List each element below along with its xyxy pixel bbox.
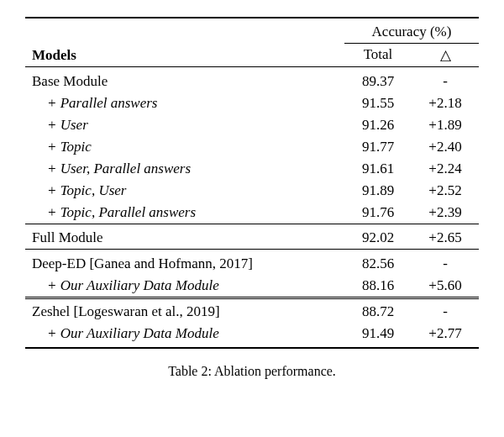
- table-row: Deep-ED [Ganea and Hofmann, 2017] 82.56 …: [25, 253, 479, 275]
- model-label: + User, Parallel answers: [25, 158, 344, 180]
- delta-value: -: [412, 71, 479, 92]
- delta-value: +2.40: [412, 136, 479, 158]
- total-value: 91.61: [344, 158, 412, 180]
- delta-value: +2.65: [412, 227, 479, 250]
- model-label: Base Module: [25, 71, 344, 92]
- table-row: + Topic, User 91.89 +2.52: [25, 180, 479, 202]
- total-value: 92.02: [344, 227, 412, 250]
- total-header: Total: [344, 44, 412, 67]
- table-caption: Table 2: Ablation performance.: [25, 364, 479, 379]
- total-value: 91.26: [344, 114, 412, 136]
- model-label: + User: [25, 114, 344, 136]
- table-row: Full Module 92.02 +2.65: [25, 227, 479, 250]
- table-row: Base Module 89.37 -: [25, 71, 479, 92]
- delta-value: +2.18: [412, 92, 479, 114]
- total-value: 91.89: [344, 180, 412, 202]
- ablation-table: Models Accuracy (%) Total △ Base Module …: [25, 17, 479, 349]
- total-value: 91.55: [344, 92, 412, 114]
- model-label: Full Module: [25, 227, 344, 250]
- total-value: 82.56: [344, 253, 412, 275]
- header-row-1: Models Accuracy (%): [25, 21, 479, 44]
- caption-text: Ablation performance.: [214, 364, 336, 378]
- total-value: 88.72: [344, 301, 412, 323]
- total-value: 89.37: [344, 71, 412, 92]
- delta-value: +2.39: [412, 202, 479, 224]
- caption-prefix: Table 2:: [168, 364, 214, 378]
- model-label: Zeshel [Logeswaran et al., 2019]: [25, 301, 344, 323]
- model-label: Deep-ED [Ganea and Hofmann, 2017]: [25, 253, 344, 275]
- delta-value: +2.77: [412, 323, 479, 345]
- table-row: + User 91.26 +1.89: [25, 114, 479, 136]
- delta-value: +2.24: [412, 158, 479, 180]
- model-label: + Topic, User: [25, 180, 344, 202]
- total-value: 91.77: [344, 136, 412, 158]
- table-row: + Topic 91.77 +2.40: [25, 136, 479, 158]
- total-value: 91.49: [344, 323, 412, 345]
- table-row: + Our Auxiliary Data Module 88.16 +5.60: [25, 275, 479, 298]
- total-value: 91.76: [344, 202, 412, 224]
- delta-value: +5.60: [412, 275, 479, 298]
- table-row: + Parallel answers 91.55 +2.18: [25, 92, 479, 114]
- model-label: + Our Auxiliary Data Module: [25, 275, 344, 298]
- delta-header: △: [412, 44, 479, 67]
- delta-value: -: [412, 253, 479, 275]
- table-row: Zeshel [Logeswaran et al., 2019] 88.72 -: [25, 301, 479, 323]
- model-label: + Our Auxiliary Data Module: [25, 323, 344, 345]
- table-row: + User, Parallel answers 91.61 +2.24: [25, 158, 479, 180]
- table-bottom-rule: [25, 345, 479, 348]
- delta-value: +1.89: [412, 114, 479, 136]
- table-row: + Our Auxiliary Data Module 91.49 +2.77: [25, 323, 479, 345]
- model-label: + Topic: [25, 136, 344, 158]
- model-label: + Parallel answers: [25, 92, 344, 114]
- delta-value: +2.52: [412, 180, 479, 202]
- accuracy-header: Accuracy (%): [344, 21, 479, 44]
- model-label: + Topic, Parallel answers: [25, 202, 344, 224]
- delta-value: -: [412, 301, 479, 323]
- total-value: 88.16: [344, 275, 412, 298]
- models-header: Models: [25, 21, 344, 67]
- table-row: + Topic, Parallel answers 91.76 +2.39: [25, 202, 479, 224]
